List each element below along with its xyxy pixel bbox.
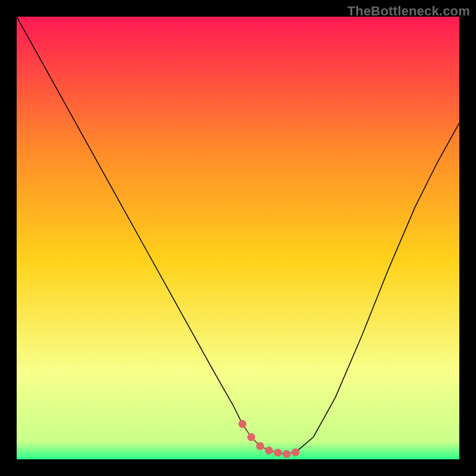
bottleneck-chart xyxy=(17,17,459,459)
chart-container: TheBottleneck.com xyxy=(0,0,476,476)
plot-background xyxy=(17,17,459,459)
